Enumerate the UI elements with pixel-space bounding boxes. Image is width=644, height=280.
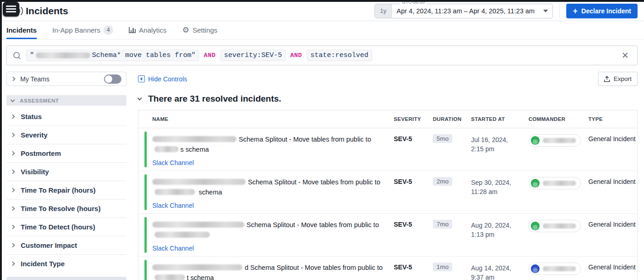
status-color-bar — [144, 217, 147, 253]
query-term-chip[interactable]: " Schema* move tables from" — [26, 50, 199, 61]
tab-label: Analytics — [139, 26, 167, 34]
started-at-cell: Aug 20, 2024, 1:13 pm — [471, 220, 529, 240]
chevron-right-icon — [11, 114, 15, 119]
facet-severity[interactable]: Severity — [6, 126, 126, 144]
incident-name[interactable]: Schema Splitout - Move tables from publi… — [152, 134, 387, 155]
my-teams-toggle[interactable] — [104, 74, 121, 84]
my-teams-filter[interactable]: My Teams — [6, 72, 126, 86]
incident-name[interactable]: Schema Splitout - Move tables from publi… — [152, 177, 387, 198]
tab-count-badge: 4 — [104, 25, 113, 35]
incident-name-cell: Schema Splitout - Move tables from publi… — [138, 177, 394, 211]
upload-icon — [604, 76, 610, 82]
avatar — [531, 222, 540, 230]
window-edge-left — [0, 0, 2, 280]
column-header-commander: COMMANDER — [529, 116, 588, 122]
duration-cell: 1mo — [433, 263, 471, 271]
sidebar-section-properties[interactable]: PROPERTIES — [6, 277, 126, 280]
range-shortcut-chip[interactable]: 1y — [375, 4, 392, 18]
column-header-name: NAME — [138, 116, 394, 122]
chevron-down-icon[interactable] — [138, 96, 142, 101]
commander-pill[interactable] — [529, 263, 581, 275]
started-at-cell: Sep 30, 2024, 11:28 am — [471, 177, 529, 197]
search-bar[interactable]: " Schema* move tables from"ANDseverity:S… — [6, 46, 638, 65]
table-row[interactable]: Schema Splitout - Move tables from publi… — [138, 214, 637, 257]
incident-type-cell: General Incident — [588, 263, 637, 271]
facet-time-to-detect-hours-[interactable]: Time To Detect (hours) — [6, 218, 126, 236]
collapse-panel-icon — [138, 75, 145, 82]
facet-label: Postmortem — [21, 149, 61, 157]
slack-channel-link[interactable]: Slack Channel — [152, 244, 194, 254]
tab-analytics[interactable]: Analytics — [129, 21, 167, 39]
table-row[interactable]: Schema Splitout - Move tables from publi… — [138, 171, 637, 214]
search-query[interactable]: " Schema* move tables from"ANDseverity:S… — [26, 50, 620, 61]
slack-channel-link[interactable]: Slack Channel — [152, 158, 194, 168]
clear-search-icon[interactable]: ✕ — [620, 50, 631, 61]
chevron-down-icon[interactable] — [543, 10, 548, 12]
hide-controls-label: Hide Controls — [148, 75, 187, 83]
column-header-severity: SEVERITY — [394, 116, 433, 122]
facet-postmortem[interactable]: Postmortem — [6, 144, 126, 163]
declare-incident-button[interactable]: + Declare Incident — [566, 4, 638, 18]
commander-pill[interactable] — [529, 134, 581, 147]
chevron-right-icon — [11, 225, 15, 229]
incident-name[interactable]: d Schema Splitout - Move tables from pub… — [152, 263, 387, 280]
duration-badge: 2mo — [433, 177, 452, 186]
facet-sidebar: My Teams ASSESSMENT StatusSeverityPostmo… — [6, 72, 126, 280]
tab-bar: IncidentsIn-App Banners4Analytics⚙Settin… — [0, 21, 644, 40]
redacted-text — [543, 181, 576, 186]
declare-incident-label: Declare Incident — [581, 7, 631, 15]
commander-cell — [529, 177, 588, 189]
incident-name-cell: d Schema Splitout - Move tables from pub… — [138, 263, 394, 280]
export-button[interactable]: Export — [598, 72, 638, 86]
table-row[interactable]: Schema Splitout - Move tables from publi… — [138, 128, 637, 171]
status-color-bar — [144, 260, 147, 280]
facet-customer-impact[interactable]: Customer Impact — [6, 236, 126, 255]
page-header: Incidents UTC-06:00 1y Apr 4, 2024, 11:2… — [0, 0, 644, 21]
incident-name[interactable]: Schema Splitout - Move tables from publi… — [152, 220, 387, 240]
tab-in-app-banners[interactable]: In-App Banners4 — [52, 21, 113, 39]
facet-time-to-resolve-hours-[interactable]: Time To Resolve (hours) — [6, 200, 126, 218]
query-operator: AND — [290, 52, 302, 59]
started-at-cell: Aug 14, 2024, 9:37 am — [471, 263, 529, 280]
gear-icon: ⚙ — [182, 26, 189, 34]
slack-channel-link[interactable]: Slack Channel — [152, 201, 194, 211]
status-color-bar — [144, 174, 147, 210]
facet-label: Time To Resolve (hours) — [21, 205, 101, 212]
sidebar-section-assessment[interactable]: ASSESSMENT — [6, 95, 126, 106]
chevron-right-icon — [11, 188, 15, 193]
date-range-picker[interactable]: UTC-06:00 1y Apr 4, 2024, 11:23 am – Apr… — [374, 4, 553, 18]
table-header-row: NAMESEVERITYDURATIONSTARTED ATCOMMANDERT… — [138, 110, 637, 128]
incidents-table: NAMESEVERITYDURATIONSTARTED ATCOMMANDERT… — [138, 110, 638, 280]
commander-pill[interactable] — [529, 177, 581, 189]
chevron-right-icon — [11, 243, 15, 248]
commander-pill[interactable] — [529, 220, 581, 232]
table-row[interactable]: d Schema Splitout - Move tables from pub… — [138, 257, 637, 280]
tab-settings[interactable]: ⚙Settings — [182, 21, 217, 39]
facet-visibility[interactable]: Visibility — [6, 163, 126, 181]
facet-list: StatusSeverityPostmortemVisibilityTime T… — [6, 108, 126, 273]
facet-status[interactable]: Status — [6, 108, 126, 126]
facet-label: Severity — [21, 131, 47, 139]
assessment-section-label: ASSESSMENT — [20, 98, 59, 103]
search-icon — [13, 52, 21, 59]
started-at-cell: Jul 16, 2024, 2:15 pm — [471, 134, 529, 154]
facet-time-to-repair-hours-[interactable]: Time To Repair (hours) — [6, 181, 126, 200]
tab-incidents[interactable]: Incidents — [6, 21, 37, 39]
severity-cell: SEV-5 — [394, 177, 433, 185]
duration-badge: 5mo — [433, 134, 452, 143]
facet-incident-type[interactable]: Incident Type — [6, 255, 126, 273]
incident-type-cell: General Incident — [588, 220, 637, 228]
chevron-right-icon — [11, 262, 15, 266]
tab-label: Settings — [192, 26, 217, 34]
duration-badge: 1mo — [433, 263, 452, 271]
menu-icon[interactable] — [3, 2, 19, 17]
redacted-text — [152, 179, 246, 185]
date-range-value: Apr 4, 2024, 11:23 am – Apr 4, 2025, 11:… — [392, 7, 539, 15]
duration-badge: 7mo — [433, 220, 452, 229]
query-filter-chip[interactable]: severity:SEV-5 — [220, 50, 286, 61]
chevron-right-icon — [11, 77, 16, 81]
tab-label: Incidents — [6, 26, 37, 34]
hide-controls-button[interactable]: Hide Controls — [138, 75, 187, 83]
query-filter-chip[interactable]: state:resolved — [307, 50, 372, 61]
severity-cell: SEV-5 — [394, 220, 433, 228]
